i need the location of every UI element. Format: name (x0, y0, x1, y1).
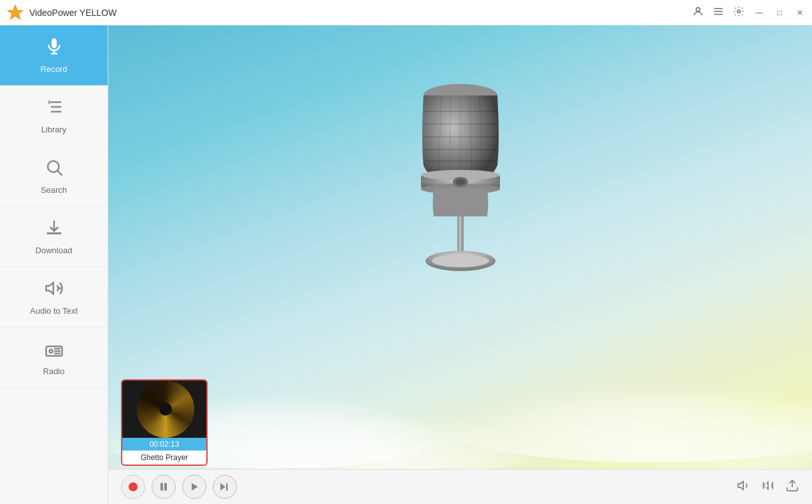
settings-icon[interactable] (733, 6, 744, 20)
player-bar (108, 469, 812, 504)
record-button[interactable] (121, 475, 145, 499)
svg-point-39 (455, 179, 466, 185)
volume-icon[interactable] (737, 479, 751, 496)
audio-to-text-icon (45, 279, 64, 302)
svg-point-15 (48, 161, 59, 172)
sidebar-item-record[interactable]: Record (0, 25, 108, 86)
svg-rect-6 (52, 39, 57, 48)
search-icon (45, 158, 64, 181)
menu-icon[interactable] (713, 6, 724, 20)
export-icon[interactable] (785, 479, 799, 496)
next-button[interactable] (213, 475, 237, 499)
svg-point-42 (432, 255, 489, 267)
cloud-layer (108, 367, 812, 469)
svg-marker-0 (8, 4, 24, 19)
svg-line-16 (57, 171, 62, 176)
user-icon[interactable] (692, 6, 704, 20)
sidebar-label-audio-to-text: Audio to Text (30, 306, 78, 316)
svg-point-1 (696, 8, 700, 11)
content-area: 00:02:13 Ghetto Prayer (108, 25, 812, 504)
close-button[interactable]: ✕ (794, 7, 806, 18)
sidebar-label-record: Record (41, 64, 68, 74)
sidebar-item-download[interactable]: Download (0, 207, 108, 267)
minimize-button[interactable]: — (753, 7, 765, 18)
titlebar: VideoPower YELLOW — □ ✕ (0, 0, 812, 25)
sidebar: Record Library (0, 25, 108, 504)
app-logo (6, 4, 24, 22)
sidebar-item-radio[interactable]: Radio (0, 328, 108, 388)
sidebar-item-library[interactable]: Library (0, 86, 108, 146)
track-time: 00:02:13 (122, 438, 206, 451)
svg-rect-44 (164, 483, 167, 491)
sidebar-item-search[interactable]: Search (0, 146, 108, 207)
maximize-button[interactable]: □ (774, 7, 785, 18)
sidebar-label-search: Search (41, 185, 67, 195)
track-thumbnail (122, 381, 208, 438)
app-title: VideoPower YELLOW (29, 8, 117, 18)
svg-marker-17 (46, 283, 53, 294)
svg-rect-47 (226, 483, 228, 491)
window-controls: — □ ✕ (692, 6, 806, 20)
track-name: Ghetto Prayer (122, 451, 206, 465)
microphone-icon (45, 37, 64, 60)
radio-icon (45, 339, 64, 363)
library-icon (45, 97, 64, 121)
microphone-visual (397, 51, 524, 293)
sidebar-label-library: Library (41, 125, 67, 134)
play-button[interactable] (182, 475, 206, 499)
record-dot (129, 482, 138, 491)
sidebar-label-download: Download (36, 246, 73, 255)
track-card[interactable]: 00:02:13 Ghetto Prayer (121, 379, 208, 466)
main-container: Record Library (0, 25, 812, 504)
svg-point-5 (737, 10, 741, 13)
equalizer-icon[interactable] (761, 479, 775, 496)
player-right-controls (737, 479, 799, 496)
svg-marker-45 (192, 483, 198, 491)
pause-button[interactable] (152, 475, 176, 499)
svg-marker-48 (738, 481, 743, 489)
microphone-svg (397, 51, 524, 293)
svg-marker-46 (220, 483, 225, 491)
sidebar-item-audio-to-text[interactable]: Audio to Text (0, 267, 108, 328)
sidebar-label-radio: Radio (43, 367, 65, 376)
svg-point-19 (49, 349, 52, 353)
download-icon (45, 218, 64, 242)
svg-rect-43 (160, 483, 163, 491)
